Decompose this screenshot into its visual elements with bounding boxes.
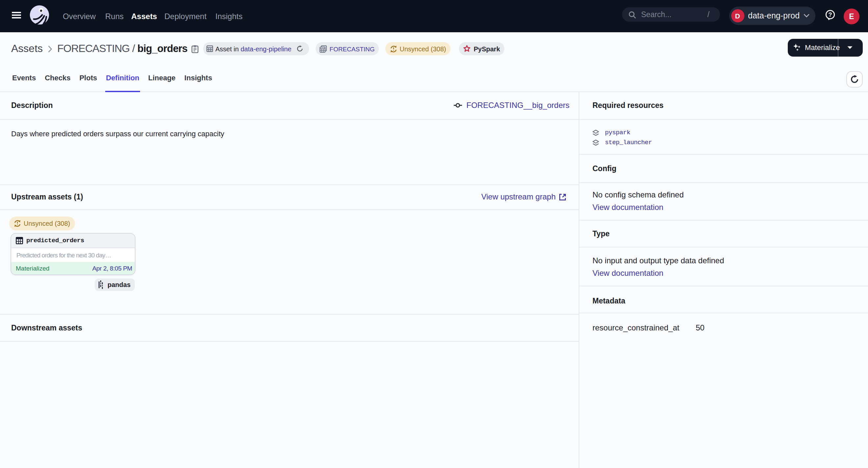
svg-text:?: ? bbox=[828, 11, 832, 18]
